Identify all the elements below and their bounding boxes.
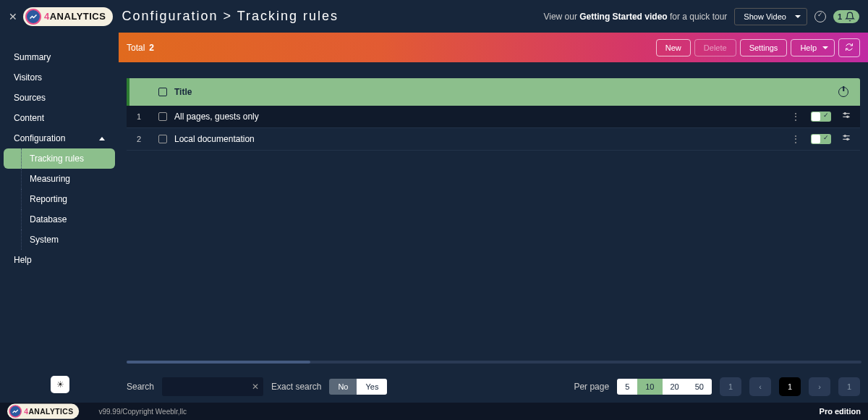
top-header: ✕ 4ANALYTICS Configuration > Tracking ru… — [0, 0, 868, 33]
nav-visitors[interactable]: Visitors — [4, 67, 115, 88]
horizontal-scrollbar[interactable] — [127, 361, 861, 364]
footer-logo[interactable]: 4ANALYTICS — [7, 404, 80, 419]
per-page-buttons: 5 10 20 50 — [617, 379, 712, 395]
logo-chart-icon — [9, 405, 22, 418]
breadcrumb: Configuration > Tracking rules — [122, 9, 339, 24]
row-enabled-toggle[interactable] — [811, 112, 831, 122]
help-button[interactable]: Help — [791, 39, 835, 56]
row-menu-icon[interactable]: ⋮ — [791, 134, 801, 144]
current-page-pill: 1 — [779, 377, 801, 396]
row-title[interactable]: All pages, guests only — [174, 112, 791, 122]
theme-toggle-button[interactable] — [51, 376, 69, 393]
last-page-pill[interactable]: 1 — [838, 377, 860, 396]
app-footer: 4ANALYTICS v99.99 / Copyright Weeblr,llc… — [0, 403, 868, 420]
nav-help[interactable]: Help — [4, 250, 115, 270]
row-settings-icon[interactable] — [841, 133, 851, 146]
refresh-button[interactable] — [838, 38, 860, 57]
nav-configuration[interactable]: Configuration — [4, 128, 115, 148]
power-icon[interactable] — [838, 87, 848, 97]
per-page-10[interactable]: 10 — [637, 379, 662, 395]
row-checkbox[interactable] — [151, 112, 174, 121]
table-header: Title — [127, 78, 860, 106]
footer-copyright: Copyright Weeblr,llc — [122, 408, 187, 416]
nav-content[interactable]: Content — [4, 108, 115, 128]
notification-pill[interactable]: 1 — [833, 10, 859, 23]
total-label: Total2 — [127, 43, 154, 53]
next-page-button[interactable]: › — [809, 377, 830, 396]
nav-system[interactable]: System — [4, 230, 115, 250]
nav-measuring[interactable]: Measuring — [4, 169, 115, 189]
tour-text: View our Getting Started video for a qui… — [543, 12, 727, 22]
exact-search-toggle: No Yes — [329, 379, 387, 395]
row-index: 2 — [127, 135, 151, 143]
search-label: Search — [127, 382, 154, 392]
sidebar: Summary Visitors Sources Content Configu… — [0, 33, 119, 403]
per-page-label: Per page — [574, 382, 609, 392]
first-page-pill[interactable]: 1 — [720, 377, 741, 396]
nav-sources[interactable]: Sources — [4, 88, 115, 108]
action-bar: Total2 New Delete Settings Help — [119, 33, 868, 62]
show-video-button[interactable]: Show Video — [734, 8, 807, 25]
table-row[interactable]: 2 Local documentation ⋮ — [127, 128, 860, 151]
per-page-50[interactable]: 50 — [687, 379, 712, 395]
search-input[interactable] — [162, 377, 263, 396]
exact-no-button[interactable]: No — [329, 379, 357, 395]
exact-search-label: Exact search — [271, 382, 321, 392]
status-check-icon[interactable] — [814, 11, 826, 22]
prev-page-button[interactable]: ‹ — [749, 377, 771, 396]
column-title[interactable]: Title — [174, 87, 809, 97]
edition-label: Pro edition — [820, 407, 861, 416]
logo-chart-icon — [25, 9, 41, 25]
new-button[interactable]: New — [656, 39, 691, 56]
row-title[interactable]: Local documentation — [174, 134, 791, 144]
settings-button[interactable]: Settings — [740, 39, 788, 56]
row-checkbox[interactable] — [151, 135, 174, 143]
row-menu-icon[interactable]: ⋮ — [791, 112, 801, 122]
row-enabled-toggle[interactable] — [811, 134, 831, 144]
logo-text: 4ANALYTICS — [44, 11, 106, 22]
nav-database[interactable]: Database — [4, 209, 115, 230]
nav-reporting[interactable]: Reporting — [4, 189, 115, 209]
nav-summary[interactable]: Summary — [4, 47, 115, 67]
table-row[interactable]: 1 All pages, guests only ⋮ — [127, 106, 860, 128]
close-icon[interactable]: ✕ — [9, 11, 23, 22]
exact-yes-button[interactable]: Yes — [357, 379, 387, 395]
per-page-20[interactable]: 20 — [663, 379, 687, 395]
per-page-5[interactable]: 5 — [617, 379, 637, 395]
footer-version: v99.99 — [98, 408, 120, 416]
delete-button[interactable]: Delete — [694, 39, 736, 56]
clear-search-icon[interactable]: ✕ — [252, 382, 259, 392]
main-panel: Total2 New Delete Settings Help Title 1 … — [119, 33, 868, 403]
logo-badge[interactable]: 4ANALYTICS — [23, 7, 113, 26]
chevron-up-icon — [99, 137, 105, 140]
table-wrap: Title 1 All pages, guests only ⋮ 2 Local… — [119, 62, 868, 371]
select-all-checkbox[interactable] — [151, 88, 174, 96]
row-settings-icon[interactable] — [841, 110, 851, 123]
row-index: 1 — [127, 112, 151, 121]
nav-tracking-rules[interactable]: Tracking rules — [4, 148, 115, 169]
table-footer: Search ✕ Exact search No Yes Per page 5 … — [119, 371, 868, 403]
header-right: View our Getting Started video for a qui… — [543, 8, 859, 25]
